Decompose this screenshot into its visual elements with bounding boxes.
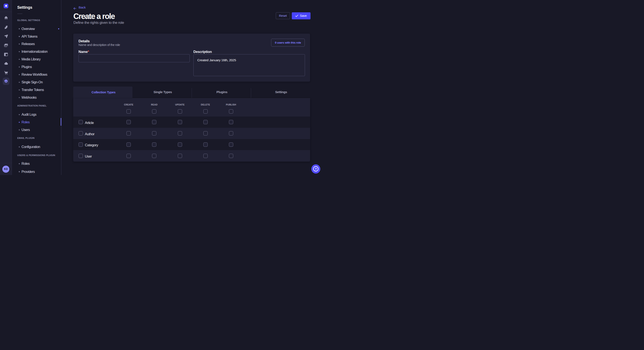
- svg-text:?: ?: [315, 167, 317, 171]
